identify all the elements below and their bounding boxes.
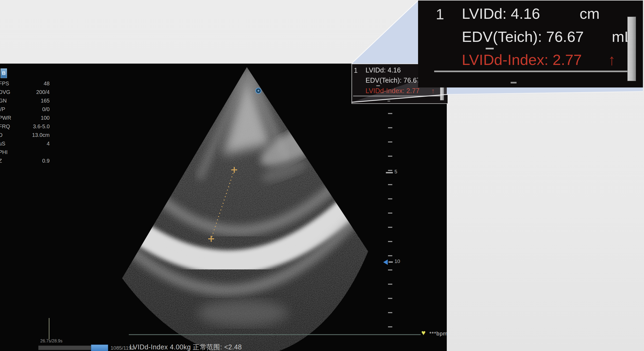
measurement-line-index: LVIDd-Index: 2.77↑	[365, 87, 419, 95]
echo-sector	[0, 64, 447, 351]
high-arrow-icon: ↑	[431, 87, 435, 95]
probe-orientation-icon	[256, 88, 261, 93]
cine-handle[interactable]	[91, 345, 108, 351]
edv-value: EDV(Teich): 76.67	[462, 28, 584, 45]
param-row: PWR100	[0, 114, 51, 122]
ultrasound-screen: B FPS48 DVG200/4 GN165 I/P0/0 PWR100 FRQ…	[0, 64, 447, 351]
heart-icon: ♥	[421, 329, 426, 337]
param-row: DVG200/4	[0, 88, 51, 96]
param-value: 4	[47, 139, 50, 148]
param-label: I/P	[0, 105, 5, 114]
measurement-line-index: LVIDd-Index: 2.77↑	[462, 51, 582, 68]
measurement-index: 1	[354, 66, 358, 74]
param-row: FRQ3.6-5.0	[0, 122, 51, 131]
ultrasound-image	[0, 64, 447, 351]
lvidd-value: LVIDd: 4.16	[462, 5, 540, 22]
lvidd-index-value: LVIDd-Index: 2.77	[462, 51, 582, 68]
param-label: PHI	[0, 148, 8, 156]
param-label: GN	[0, 96, 7, 105]
param-row: D13.0cm	[0, 131, 51, 139]
param-label: DVG	[0, 88, 10, 96]
param-label: D	[0, 131, 2, 139]
divider-rule	[353, 96, 443, 96]
cine-time: 26.7s/28.9s	[40, 339, 63, 343]
param-value: 0.9	[42, 156, 50, 165]
bpm-readout: ***bpm	[429, 331, 448, 337]
param-row: µS4	[0, 139, 51, 148]
param-value: 100	[41, 114, 50, 122]
param-label: FRQ	[0, 122, 10, 131]
param-label: Z	[0, 156, 2, 165]
param-value: 165	[41, 96, 50, 105]
param-row: GN165	[0, 96, 51, 105]
measurement-line-edv: EDV(Teich): 76.67mL	[365, 76, 420, 84]
edv-value: EDV(Teich): 76.67	[365, 76, 420, 84]
measurement-index: 1	[436, 5, 444, 23]
param-label: PWR	[0, 114, 11, 122]
focus-marker-icon[interactable]	[383, 259, 388, 265]
param-row: Z0.9	[0, 156, 51, 165]
divider-rule	[434, 71, 633, 72]
param-value: 0/0	[42, 105, 50, 114]
lvidd-unit: cm	[580, 5, 600, 22]
cine-progress-bar[interactable]	[38, 346, 91, 350]
measurement-line-lvidd: LVIDd: 4.16cm	[462, 5, 540, 22]
param-value: 200/4	[36, 88, 50, 96]
param-value: 13.0cm	[32, 131, 50, 139]
measurement-line-edv: EDV(Teich): 76.67mL	[462, 28, 584, 45]
param-row: I/P0/0	[0, 105, 51, 114]
underscore-mark	[376, 85, 380, 86]
param-row: PHI	[0, 148, 51, 156]
param-value: 48	[44, 79, 50, 88]
param-label: µS	[0, 139, 5, 148]
bottom-dash	[387, 101, 390, 101]
high-arrow-icon: ↑	[608, 51, 616, 68]
bottom-dash	[511, 82, 517, 83]
depth-tick-10	[389, 261, 393, 263]
measurement-content: 1 LVIDd: 4.16cm EDV(Teich): 76.67mL LVID…	[418, 1, 643, 87]
depth-ruler	[388, 70, 392, 336]
mode-badge: B	[1, 68, 7, 78]
depth-label-10: 10	[394, 258, 400, 264]
lvidd-value: LVIDd: 4.16	[365, 66, 401, 74]
magnified-measurement-box: 1 LVIDd: 4.16cm EDV(Teich): 76.67mL LVID…	[418, 1, 643, 87]
parameter-panel: FPS48 DVG200/4 GN165 I/P0/0 PWR100 FRQ3.…	[0, 79, 51, 165]
depth-label-5: 5	[394, 169, 397, 175]
param-label: FPS	[0, 79, 9, 88]
lvidd-index-value: LVIDd-Index: 2.77	[365, 87, 419, 94]
param-value: 3.6-5.0	[33, 122, 50, 131]
result-text: LVIDd-Index 4.00kg 正常范围: <2.48	[130, 343, 242, 351]
measurement-line-lvidd: LVIDd: 4.16cm	[365, 66, 401, 74]
underscore-mark	[486, 48, 494, 49]
depth-tick-5	[386, 172, 393, 173]
ultrasound-workstation: B FPS48 DVG200/4 GN165 I/P0/0 PWR100 FRQ…	[0, 0, 644, 351]
panel-scrollbar[interactable]	[627, 17, 636, 81]
param-row: FPS48	[0, 79, 51, 88]
